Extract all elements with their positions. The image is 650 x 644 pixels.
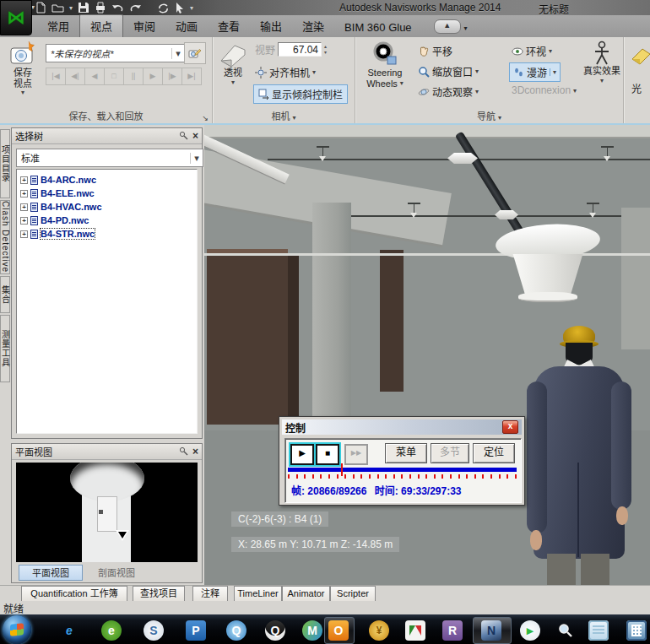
print-icon[interactable] bbox=[95, 2, 106, 14]
show-tilt-bar-button[interactable]: 显示倾斜控制栏 bbox=[253, 84, 348, 104]
sprinkler-head[interactable] bbox=[593, 204, 593, 215]
ie-icon[interactable]: e bbox=[59, 620, 79, 641]
avatar[interactable] bbox=[525, 319, 650, 585]
close-panel-icon[interactable]: × bbox=[192, 446, 198, 457]
playback-step-forward-button[interactable]: |▶ bbox=[163, 68, 182, 85]
control-locate-button[interactable]: 定位 bbox=[473, 443, 515, 463]
qq-player-icon[interactable]: Q bbox=[226, 620, 246, 641]
tree-item[interactable]: +B4-ARC.nwc bbox=[17, 173, 197, 187]
sprinkler-head[interactable] bbox=[414, 204, 414, 215]
plan-view-titlebar[interactable]: 平面视图 × bbox=[12, 444, 202, 460]
tab-view[interactable]: 查看 bbox=[208, 15, 250, 37]
walk-dropdown-icon[interactable]: ▾ bbox=[550, 68, 556, 76]
sidebar-tab-sets[interactable]: 集合 bbox=[0, 276, 10, 313]
3d-viewport[interactable]: C(-2)-6(-3) : B4 (1) X: 28.65 m Y: 10.71… bbox=[204, 125, 650, 585]
control-close-button[interactable]: x bbox=[502, 420, 518, 434]
tab-find-items[interactable]: 查找项目 bbox=[133, 586, 185, 601]
tab-animation[interactable]: 动画 bbox=[165, 15, 208, 37]
viewpoint-combo[interactable]: *未保存的视点* ▾ bbox=[46, 44, 185, 62]
tree-item[interactable]: +B4-PD.nwc bbox=[17, 214, 197, 227]
green-browser-icon[interactable]: e bbox=[101, 620, 122, 641]
gold-coin-icon[interactable]: ¥ bbox=[369, 620, 389, 641]
light-label[interactable]: 光 bbox=[631, 81, 642, 95]
pptv-icon[interactable]: P bbox=[186, 620, 206, 641]
zoom-window-button[interactable]: 缩放窗口 ▾ bbox=[418, 64, 479, 78]
fov-input[interactable]: 67.04 bbox=[278, 42, 322, 57]
white-pipe[interactable] bbox=[204, 253, 650, 256]
brown-column[interactable] bbox=[380, 250, 404, 392]
calculator-icon[interactable] bbox=[626, 620, 647, 641]
tab-home[interactable]: 常用 bbox=[37, 15, 79, 37]
sidebar-tab-clash-detective[interactable]: Clash Detective bbox=[0, 200, 10, 274]
tab-quantification[interactable]: Quantification 工作簿 bbox=[21, 586, 127, 601]
3dconnexion-button[interactable]: 3Dconnexion ▾ bbox=[512, 84, 577, 96]
playback-first-button[interactable]: |◀ bbox=[46, 68, 66, 85]
pin-icon[interactable] bbox=[178, 131, 188, 141]
duct-diffuser-cone[interactable] bbox=[510, 254, 586, 295]
save-viewpoint-dropdown-icon[interactable]: ▾ bbox=[21, 89, 24, 96]
realism-dropdown-icon[interactable]: ▾ bbox=[600, 77, 604, 84]
align-camera-dropdown-icon[interactable]: ▾ bbox=[312, 68, 316, 76]
control-dialog[interactable]: 控制 x ▶ ■ ▶▶ 菜单 多节 定位 帧: 20866/89266 时间: … bbox=[279, 416, 525, 506]
brown-wall-side[interactable] bbox=[288, 254, 299, 419]
walk-button[interactable]: 漫游 ▾ bbox=[509, 62, 561, 82]
dialog-launcher-icon[interactable]: ↘ bbox=[202, 114, 209, 122]
tab-output[interactable]: 输出 bbox=[250, 15, 292, 37]
control-skip-button[interactable]: ▶▶ bbox=[344, 444, 368, 465]
tree-item[interactable]: +B4-ELE.nwc bbox=[17, 187, 197, 200]
perspective-button[interactable]: 透视 ▾ bbox=[215, 42, 251, 86]
pin-icon[interactable] bbox=[178, 446, 188, 457]
playback-pause-button[interactable]: || bbox=[124, 68, 144, 85]
look-around-dropdown-icon[interactable]: ▾ bbox=[549, 47, 552, 55]
sprinkler-head[interactable] bbox=[607, 148, 608, 159]
revit-icon[interactable]: R bbox=[442, 620, 463, 641]
playback-rewind-button[interactable]: ◀ bbox=[85, 68, 105, 85]
group-label-camera[interactable]: 相机 ▾ bbox=[213, 109, 355, 122]
ribbon-minimize-arrow-icon[interactable]: ▾ bbox=[464, 24, 468, 32]
qat-overflow-icon[interactable]: ▾ bbox=[190, 4, 193, 12]
realism-button[interactable]: 真实效果 ▾ bbox=[583, 41, 620, 84]
notepad-icon[interactable] bbox=[588, 620, 609, 641]
close-panel-icon[interactable]: × bbox=[192, 130, 198, 142]
undo-icon[interactable] bbox=[111, 2, 124, 14]
playback-progress-bar[interactable] bbox=[288, 468, 517, 472]
expand-icon[interactable]: + bbox=[20, 230, 28, 238]
expand-icon[interactable]: + bbox=[20, 203, 28, 211]
control-multi-button[interactable]: 多节 bbox=[431, 443, 469, 463]
light-icon[interactable] bbox=[631, 47, 650, 66]
new-file-icon[interactable] bbox=[35, 2, 46, 14]
perspective-dropdown-icon[interactable]: ▾ bbox=[231, 78, 235, 86]
playback-last-button[interactable]: ▶| bbox=[182, 68, 202, 85]
navisworks-icon[interactable]: N bbox=[481, 620, 501, 641]
save-icon[interactable] bbox=[78, 2, 89, 14]
steering-dropdown-icon[interactable]: ▾ bbox=[400, 79, 404, 87]
control-play-button[interactable]: ▶ bbox=[290, 444, 314, 465]
group-label-navigation[interactable]: 导航 ▾ bbox=[355, 109, 623, 122]
edit-viewpoint-button[interactable] bbox=[184, 42, 206, 64]
playback-play-button[interactable]: ▶ bbox=[144, 68, 163, 85]
tab-section-view[interactable]: 剖面视图 bbox=[86, 566, 147, 581]
expand-icon[interactable]: + bbox=[20, 217, 28, 225]
expand-icon[interactable]: + bbox=[20, 190, 28, 198]
selection-tree-titlebar[interactable]: 选择树 × bbox=[12, 128, 202, 144]
control-dialog-titlebar[interactable]: 控制 x bbox=[282, 419, 522, 435]
tree-item-selected[interactable]: +B4-STR.nwc bbox=[17, 227, 197, 241]
brown-wall[interactable] bbox=[207, 249, 288, 425]
office-icon[interactable]: O bbox=[328, 620, 349, 641]
playback-stop-button[interactable]: □ bbox=[105, 68, 124, 85]
sidebar-tab-project-catalog[interactable]: 项目目录 bbox=[0, 129, 10, 198]
save-viewpoint-button[interactable]: 保存 视点 ▾ bbox=[3, 41, 42, 96]
expand-icon[interactable]: + bbox=[20, 176, 28, 184]
group-label-save-load[interactable]: 保存、载入和回放 ↘ bbox=[0, 109, 212, 122]
sidebar-tab-measure-tools[interactable]: 测量工具 bbox=[0, 315, 10, 382]
control-menu-button[interactable]: 菜单 bbox=[385, 443, 427, 463]
control-stop-button[interactable]: ■ bbox=[316, 444, 339, 465]
combo-dropdown-icon[interactable]: ▾ bbox=[171, 48, 184, 59]
tab-timeliner[interactable]: TimeLiner bbox=[234, 586, 282, 601]
playback-step-back-button[interactable]: ◀| bbox=[66, 68, 85, 85]
messenger-icon[interactable]: M bbox=[302, 620, 322, 641]
sogou-icon[interactable]: S bbox=[144, 620, 164, 641]
pan-button[interactable]: 平移 bbox=[418, 44, 452, 58]
tab-animator[interactable]: Animator bbox=[282, 586, 330, 601]
video-player-icon[interactable]: ▶ bbox=[520, 620, 540, 641]
